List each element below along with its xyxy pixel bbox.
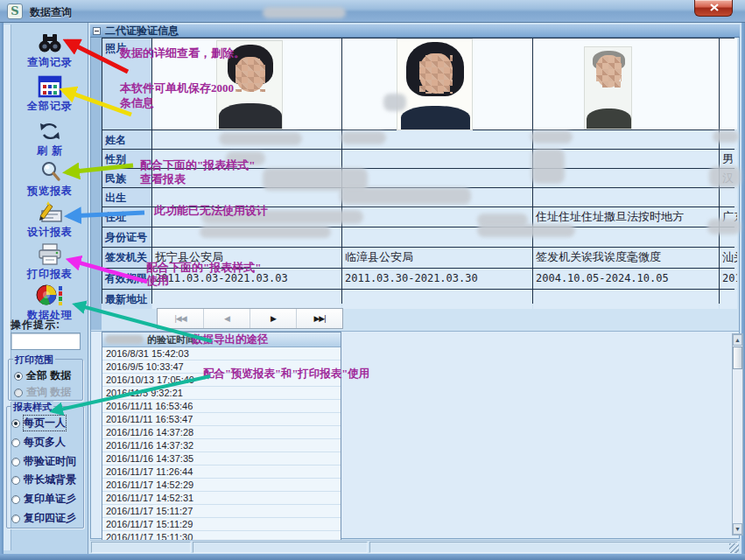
portrait-photo-2 [397,38,473,130]
radio-style-greatwall-bg[interactable]: 带长城背景 [11,472,76,487]
sidebar-item-refresh[interactable]: 刷 新 [12,120,88,158]
nav-first-button[interactable]: |◀◀ [158,309,204,328]
sidebar-item-design-report[interactable]: 设计报表 [12,200,88,240]
radio-dot [14,372,23,381]
list-item[interactable]: 2016/11/17 11:26:44 [102,466,341,479]
group-gutter [91,38,102,330]
magnifier-icon [38,160,62,183]
status-panel-1 [91,542,191,553]
list-item[interactable]: 2016/11/16 14:37:35 [102,452,341,466]
annotation-preview-2: 查看报表 [140,172,186,187]
close-button[interactable] [694,0,733,17]
latest-addr-cell-2[interactable] [342,290,532,309]
censor-blur [707,219,741,234]
annotation-capacity: 本软件可单机保存2000 [120,80,234,96]
validity-cell-2[interactable]: 2011.03.30-2021.03.30 [342,269,532,289]
nav-last-button[interactable]: ▶▶| [297,309,342,328]
row-label: 出生 [102,188,151,206]
list-header-label: 的验证时间: [147,333,199,346]
design-pen-icon [37,200,63,224]
sidebar-item-label: 查询记录 [12,55,88,70]
row-label: 最新地址 [102,290,151,309]
list-item[interactable]: 2016/8/31 15:42:03 [102,347,341,360]
status-panel-2 [193,542,368,553]
row-label: 姓名 [102,130,151,149]
app-logo-icon: S [7,4,23,19]
list-item[interactable]: 2016/11/5 9:32:21 [102,387,341,400]
row-label: 住址 [102,207,151,227]
birth-cell-3[interactable] [533,188,719,206]
radio-dot [11,476,20,485]
list-item[interactable]: 2016/11/17 15:11:29 [102,518,341,531]
annotation-export: 数据导出的途径 [192,332,269,347]
issuer-cell-2[interactable]: 临漳县公安局 [342,248,532,268]
radio-dot [11,495,20,504]
birth-cell-4[interactable] [720,188,737,206]
censor-blur [531,149,565,184]
sidebar-item-print-report[interactable]: 打印报表 [12,242,88,282]
sidebar-item-preview-report[interactable]: 预览报表 [12,160,88,199]
hint-output-box[interactable] [11,332,81,350]
pie-chart-icon [36,284,64,307]
annotation-capacity-2: 条信息 [120,95,154,111]
row-label: 身份证号 [102,228,151,247]
sidebar-item-query-records[interactable]: 查询记录 [12,32,88,70]
radio-label: 全部 数据 [26,368,71,383]
group-header: 二代证验证信息 [90,24,740,38]
resize-grip-icon[interactable] [729,543,739,553]
validity-cell-3[interactable]: 2004.10.05-2024.10.05 [533,269,719,289]
issuer-cell-4[interactable]: 汕头 [720,248,737,268]
scroll-down-icon[interactable]: ▼ [733,523,742,535]
radio-style-one-per-page[interactable]: 每页一人 [11,416,66,430]
gender-cell-2[interactable] [342,150,532,168]
list-item[interactable]: 2016/11/17 15:11:27 [102,505,341,518]
radio-dot [14,388,23,397]
list-item[interactable]: 2016/11/17 14:52:29 [102,479,341,492]
row-label: 有效期限 [102,269,151,289]
censor-blur [531,130,573,144]
radio-style-copy-four[interactable]: 复印四证彡 [11,511,76,526]
validity-cell-4[interactable]: 2016 [720,269,737,289]
list-item[interactable]: 2016/11/17 14:52:31 [102,492,341,505]
sidebar-item-label: 打印报表 [12,267,88,282]
radio-label: 带长城背景 [24,472,76,487]
report-style-title: 报表样式 [11,401,53,414]
radio-style-with-verify-time[interactable]: 带验证时间 [11,454,76,469]
scroll-up-icon[interactable]: ▲ [733,334,742,346]
ethnic-cell-2[interactable] [342,169,532,187]
refresh-icon [38,120,62,143]
list-item[interactable]: 2016/11/16 14:37:32 [102,439,341,452]
radio-all-data[interactable]: 全部 数据 [14,368,71,383]
list-item[interactable]: 2016/11/11 16:53:46 [102,400,341,413]
radio-style-copy-single[interactable]: 复印单证彡 [11,492,76,507]
list-item[interactable]: 2016/11/11 16:53:47 [102,413,341,426]
latest-addr-cell-1[interactable] [152,290,341,309]
radio-style-multi-per-page[interactable]: 每页多人 [11,435,66,450]
portrait-photo-3 [584,46,632,130]
close-x-icon [695,0,734,16]
group-title: 二代证验证信息 [105,24,179,38]
issuer-cell-3[interactable]: 签发机关诶我诶度毫微度 [533,248,719,268]
list-item[interactable]: 2016/11/16 14:37:28 [102,426,341,439]
sidebar-item-all-records[interactable]: 全部记录 [12,75,88,114]
nav-prev-button[interactable]: ◀ [204,309,250,328]
radio-dot [11,458,20,466]
verify-time-list: 的验证时间: 2016/8/31 15:42:03 2016/9/5 10:33… [102,332,341,544]
sidebar-item-label: 全部记录 [12,99,88,114]
latest-addr-cell-3[interactable] [533,290,719,309]
censor-blur [713,130,739,143]
status-bar [90,540,740,554]
nav-next-button[interactable]: ▶ [250,309,297,328]
censor-blur [477,224,575,237]
radio-dot [11,438,20,447]
censor-blur [200,226,331,238]
scrollbar-thumb[interactable] [733,346,742,369]
gender-cell-4[interactable]: 男 [720,150,737,168]
app-window: S 数据查询 查询记录 [0,0,745,560]
radio-label: 复印四证彡 [24,511,76,526]
latest-addr-cell-4[interactable] [720,290,737,309]
vertical-scrollbar: ▲ ▼ [732,333,743,536]
collapse-icon[interactable] [93,27,101,35]
photo-cell-4[interactable] [720,38,737,130]
sidebar-item-label: 刷 新 [12,144,88,158]
